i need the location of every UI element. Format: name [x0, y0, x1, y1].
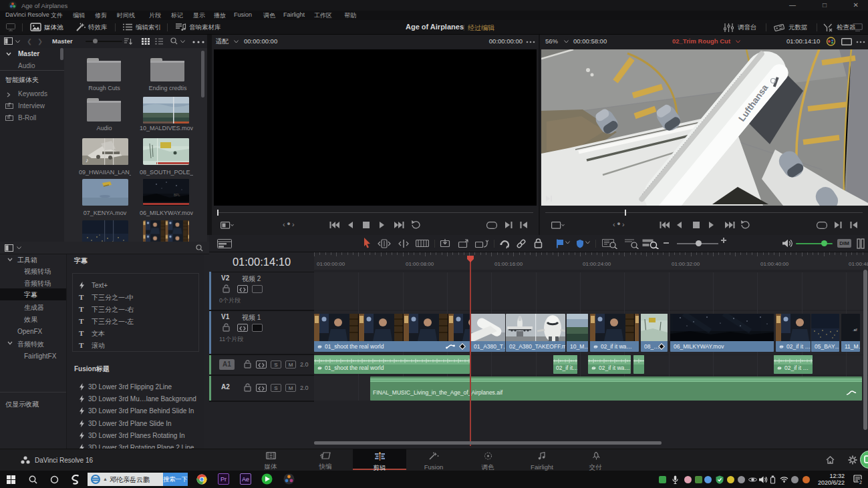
- svg-text:♪: ♪: [86, 157, 89, 164]
- svg-text:.aif: .aif: [853, 328, 857, 332]
- svg-text:2: 2: [859, 480, 862, 485]
- svg-text:BPL: BPL: [174, 193, 180, 197]
